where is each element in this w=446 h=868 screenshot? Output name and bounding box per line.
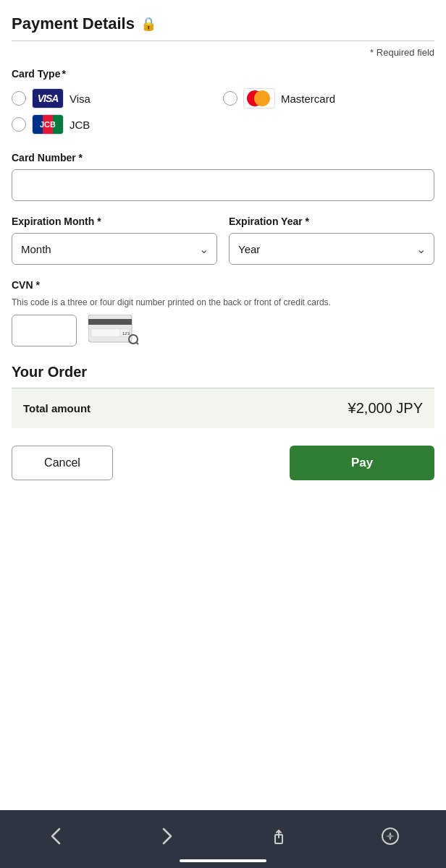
expiry-year-wrapper: Year 2024202520262027 202820292030 ⌄ (229, 233, 434, 265)
total-label: Total amount (23, 402, 91, 414)
svg-marker-14 (386, 835, 395, 838)
back-button[interactable] (38, 819, 73, 854)
svg-text:123: 123 (122, 331, 130, 336)
forward-icon (161, 827, 174, 845)
svg-rect-2 (91, 329, 120, 336)
visa-label: Visa (70, 93, 91, 105)
expiry-month-col: Expiration Month * Month 01020304 050607… (12, 216, 217, 265)
card-number-label: Card Number * (12, 152, 434, 163)
total-row: Total amount ¥2,000 JPY (12, 388, 434, 428)
your-order-section: Your Order Total amount ¥2,000 JPY (0, 364, 446, 428)
cvn-label: CVN * (12, 279, 434, 291)
mc-yellow-circle (254, 90, 270, 106)
jcb-logo: JCB (32, 114, 64, 135)
jcb-label: JCB (70, 119, 90, 131)
compass-button[interactable] (373, 819, 408, 854)
cvn-description: This code is a three or four digit numbe… (12, 297, 434, 309)
expiry-row: Expiration Month * Month 01020304 050607… (12, 216, 434, 265)
cvn-section: CVN * This code is a three or four digit… (12, 279, 434, 346)
total-amount: ¥2,000 JPY (348, 400, 423, 417)
radio-mastercard[interactable] (223, 91, 237, 106)
radio-visa[interactable] (12, 91, 26, 106)
cvn-input[interactable] (12, 315, 77, 346)
svg-line-10 (136, 342, 138, 344)
expiry-month-select[interactable]: Month 01020304 05060708 09101112 (12, 233, 217, 265)
pay-button[interactable]: Pay (290, 446, 434, 480)
forward-button[interactable] (150, 819, 185, 854)
expiry-year-label: Expiration Year * (229, 216, 434, 227)
mastercard-label: Mastercard (281, 93, 335, 105)
required-note: * Required field (12, 47, 434, 58)
expiry-month-label: Expiration Month * (12, 216, 217, 227)
mastercard-logo (243, 88, 275, 109)
page-title: Payment Details 🔒 (12, 14, 434, 33)
svg-rect-1 (88, 319, 132, 325)
cvn-row: 123 (12, 315, 434, 346)
expiry-year-select[interactable]: Year 2024202520262027 202820292030 (229, 233, 434, 265)
expiry-year-col: Expiration Year * Year 2024202520262027 … (229, 216, 434, 265)
lock-icon: 🔒 (140, 16, 156, 32)
button-row: Cancel Pay (0, 446, 446, 480)
card-type-group: VISA Visa Mastercard JCB JCB (12, 88, 434, 135)
compass-icon (382, 827, 399, 845)
card-number-input[interactable] (12, 169, 434, 201)
visa-logo: VISA (32, 88, 64, 109)
svg-rect-0 (88, 315, 132, 342)
share-button[interactable] (261, 819, 296, 854)
title-text: Payment Details (12, 14, 135, 33)
back-icon (49, 827, 62, 845)
card-option-jcb[interactable]: JCB JCB (12, 114, 223, 135)
card-type-label: Card Type* (12, 68, 434, 80)
radio-jcb[interactable] (12, 117, 26, 132)
cancel-button[interactable]: Cancel (12, 446, 113, 480)
home-indicator (180, 859, 266, 862)
share-icon (270, 827, 287, 845)
title-divider (12, 41, 434, 41)
card-option-visa[interactable]: VISA Visa (12, 88, 223, 109)
cvn-card-illustration: 123 (88, 315, 139, 346)
order-title: Your Order (12, 364, 434, 380)
card-type-section: Card Type* VISA Visa Mastercard (12, 68, 434, 135)
cvn-card-svg: 123 (88, 315, 139, 346)
expiry-month-wrapper: Month 01020304 05060708 09101112 ⌄ (12, 233, 217, 265)
card-option-mastercard[interactable]: Mastercard (223, 88, 434, 109)
card-number-section: Card Number * (12, 152, 434, 201)
